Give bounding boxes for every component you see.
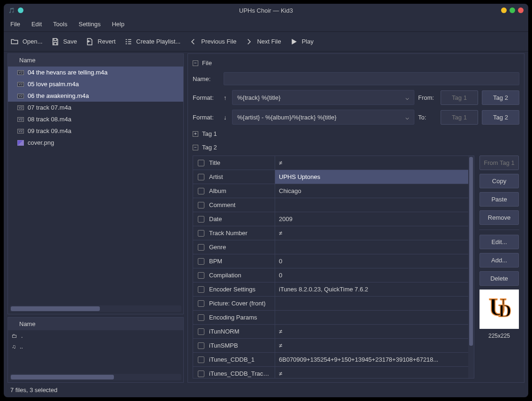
file-row[interactable]: V208 track 08.m4a bbox=[8, 113, 183, 125]
create-playlist-button[interactable]: Create Playlist... bbox=[124, 37, 181, 46]
field-checkbox[interactable] bbox=[198, 328, 204, 335]
revert-button[interactable]: Revert bbox=[85, 37, 115, 46]
file-row[interactable]: V209 track 09.m4a bbox=[8, 125, 183, 137]
field-checkbox[interactable] bbox=[198, 342, 204, 349]
format-up-select[interactable]: %{track} %{title} ⌵ bbox=[232, 90, 414, 105]
v-scrollbar[interactable] bbox=[468, 156, 474, 378]
tag-field-row[interactable]: Picture: Cover (front) bbox=[193, 297, 468, 311]
field-checkbox[interactable] bbox=[198, 258, 204, 265]
h-scrollbar[interactable] bbox=[10, 305, 181, 312]
tag-field-row[interactable]: Track Number≠ bbox=[193, 226, 468, 240]
collapse-icon: − bbox=[193, 60, 198, 66]
to-tag2-button[interactable]: Tag 2 bbox=[482, 110, 519, 125]
field-value[interactable]: ≠ bbox=[275, 156, 468, 170]
file-row[interactable]: cover.png bbox=[8, 137, 183, 149]
dir-list-header[interactable]: Name bbox=[8, 318, 183, 330]
name-input[interactable] bbox=[224, 72, 519, 85]
tag-field-row[interactable]: Encoding Params bbox=[193, 311, 468, 325]
tag-field-row[interactable]: Comment bbox=[193, 198, 468, 212]
menu-tools[interactable]: Tools bbox=[53, 21, 67, 28]
file-row[interactable]: V205 love psalm.m4a bbox=[8, 78, 183, 90]
field-value[interactable]: 0 bbox=[275, 254, 468, 268]
file-row[interactable]: V204 the hevans are telling.m4a bbox=[8, 67, 183, 78]
save-button[interactable]: Save bbox=[51, 37, 77, 46]
field-value[interactable]: ≠ bbox=[275, 325, 468, 338]
field-checkbox[interactable] bbox=[198, 160, 204, 166]
dir-list[interactable]: 🗀.♫.. bbox=[8, 330, 183, 372]
tag-field-row[interactable]: ArtistUPHS Uptones bbox=[193, 170, 468, 184]
field-checkbox[interactable] bbox=[198, 286, 204, 293]
field-value[interactable]: 0 bbox=[275, 268, 468, 282]
field-value[interactable] bbox=[275, 240, 468, 254]
playlist-label: Create Playlist... bbox=[136, 38, 181, 45]
tag-field-row[interactable]: iTunNORM≠ bbox=[193, 325, 468, 339]
field-checkbox[interactable] bbox=[198, 371, 204, 377]
tag-field-row[interactable]: Genre bbox=[193, 240, 468, 254]
field-checkbox[interactable] bbox=[198, 174, 204, 180]
menu-settings[interactable]: Settings bbox=[79, 21, 101, 28]
field-checkbox[interactable] bbox=[198, 300, 204, 307]
dir-row[interactable]: ♫.. bbox=[8, 341, 183, 352]
tag2-section-header[interactable]: − Tag 2 bbox=[193, 142, 519, 153]
tag-field-row[interactable]: iTunSMPB≠ bbox=[193, 339, 468, 353]
tag-field-row[interactable]: Compilation0 bbox=[193, 268, 468, 282]
menu-edit[interactable]: Edit bbox=[31, 21, 42, 28]
tag-field-row[interactable]: iTunes_CDDB_16B070909+135254+9+150+13945… bbox=[193, 353, 468, 367]
field-value[interactable] bbox=[275, 198, 468, 212]
file-row[interactable]: V207 track 07.m4a bbox=[8, 102, 183, 113]
previous-file-button[interactable]: Previous File bbox=[189, 37, 236, 46]
field-value[interactable]: ≠ bbox=[275, 367, 468, 378]
field-checkbox[interactable] bbox=[198, 244, 204, 251]
h-scrollbar-dirs[interactable] bbox=[10, 374, 181, 380]
play-button[interactable]: Play bbox=[290, 37, 314, 46]
copy-button[interactable]: Copy bbox=[480, 174, 519, 188]
field-value[interactable]: 6B070909+135254+9+150+13945+23178+39108+… bbox=[275, 353, 468, 366]
field-checkbox[interactable] bbox=[198, 230, 204, 237]
field-value[interactable] bbox=[275, 311, 468, 324]
menu-file[interactable]: File bbox=[10, 21, 20, 28]
field-checkbox[interactable] bbox=[198, 314, 204, 321]
file-list-header[interactable]: Name bbox=[8, 54, 183, 67]
menu-help[interactable]: Help bbox=[112, 21, 125, 28]
field-value[interactable]: Chicago bbox=[275, 184, 468, 198]
folder-icon: 🗀 bbox=[12, 333, 17, 339]
tag-field-row[interactable]: Encoder SettingsiTunes 8.2.0.23, QuickTi… bbox=[193, 282, 468, 297]
field-name: Track Number bbox=[209, 230, 275, 237]
paste-button[interactable]: Paste bbox=[480, 192, 519, 207]
remove-button[interactable]: Remove bbox=[480, 210, 519, 225]
cover-art[interactable]: UD bbox=[480, 290, 519, 329]
field-checkbox[interactable] bbox=[198, 188, 204, 194]
image-icon bbox=[17, 140, 24, 146]
field-value[interactable] bbox=[275, 297, 468, 310]
field-value[interactable]: 2009 bbox=[275, 212, 468, 226]
field-checkbox[interactable] bbox=[198, 202, 204, 208]
field-value[interactable]: UPHS Uptones bbox=[275, 170, 468, 184]
tag-field-row[interactable]: Date2009 bbox=[193, 212, 468, 226]
from-tag2-button[interactable]: Tag 2 bbox=[482, 90, 519, 105]
field-checkbox[interactable] bbox=[198, 356, 204, 363]
tag-field-row[interactable]: iTunes_CDDB_Track...≠ bbox=[193, 367, 468, 378]
close-button[interactable] bbox=[518, 7, 524, 13]
dir-row[interactable]: 🗀. bbox=[8, 330, 183, 341]
add-button[interactable]: Add... bbox=[480, 253, 519, 267]
open-label: Open... bbox=[22, 38, 43, 45]
file-row[interactable]: V206 the awakening.m4a bbox=[8, 90, 183, 102]
field-checkbox[interactable] bbox=[198, 272, 204, 279]
tag1-section-header[interactable]: + Tag 1 bbox=[193, 128, 519, 139]
field-value[interactable]: ≠ bbox=[275, 226, 468, 240]
file-list[interactable]: V204 the hevans are telling.m4aV205 love… bbox=[8, 67, 183, 304]
field-value[interactable]: ≠ bbox=[275, 339, 468, 352]
edit-button[interactable]: Edit... bbox=[480, 235, 519, 249]
format-down-select[interactable]: %{artist} - %{album}/%{track} %{title} ⌵ bbox=[232, 110, 414, 125]
next-file-button[interactable]: Next File bbox=[245, 37, 281, 46]
maximize-button[interactable] bbox=[510, 7, 515, 13]
file-section-header[interactable]: − File bbox=[193, 58, 519, 68]
delete-button[interactable]: Delete bbox=[480, 271, 519, 286]
field-value[interactable]: iTunes 8.2.0.23, QuickTime 7.6.2 bbox=[275, 282, 468, 296]
minimize-button[interactable] bbox=[501, 7, 507, 13]
tag-field-row[interactable]: Title≠ bbox=[193, 156, 468, 170]
open-button[interactable]: Open... bbox=[10, 37, 43, 46]
tag-field-row[interactable]: AlbumChicago bbox=[193, 184, 468, 198]
tag-field-row[interactable]: BPM0 bbox=[193, 254, 468, 268]
field-checkbox[interactable] bbox=[198, 216, 204, 223]
